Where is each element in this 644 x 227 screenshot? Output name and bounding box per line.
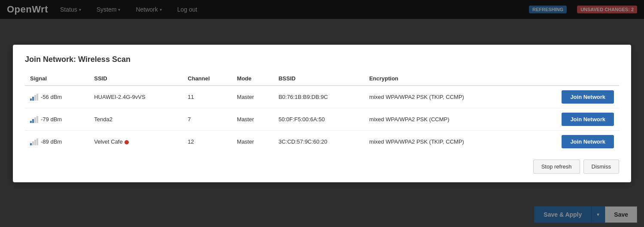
dismiss-button[interactable]: Dismiss [583,160,620,174]
signal-bars-icon [30,138,38,145]
table-header-row: Signal SSID Channel Mode BSSID Encryptio… [25,72,619,86]
join-network-button-0[interactable]: Join Network [562,90,614,104]
col-ssid: SSID [89,72,182,86]
mode-cell: Master [232,86,273,108]
signal-value: -56 dBm [41,94,62,100]
action-cell: Join Network [524,108,619,131]
table-row: -56 dBm HUAWEI-2.4G-9vVS11MasterB0:76:1B… [25,86,619,108]
red-dot-icon [125,140,129,144]
modal-title: Join Network: Wireless Scan [25,55,619,64]
modal-overlay: Join Network: Wireless Scan Signal SSID … [0,0,644,227]
modal-footer: Stop refresh Dismiss [25,160,619,174]
col-action [524,72,619,86]
bssid-cell: B0:76:1B:B9:DB:9C [273,86,364,108]
stop-refresh-button[interactable]: Stop refresh [533,160,580,174]
channel-cell: 12 [182,131,231,153]
action-cell: Join Network [524,86,619,108]
wireless-scan-table: Signal SSID Channel Mode BSSID Encryptio… [25,72,619,153]
signal-value: -89 dBm [41,138,62,145]
col-signal: Signal [25,72,89,86]
encryption-cell: mixed WPA/WPA2 PSK (TKIP, CCMP) [364,86,524,108]
ssid-cell: HUAWEI-2.4G-9vVS [89,86,182,108]
col-mode: Mode [232,72,273,86]
signal-bars-icon [30,116,38,123]
mode-cell: Master [232,131,273,153]
signal-cell: -79 dBm [25,108,89,131]
col-bssid: BSSID [273,72,364,86]
encryption-cell: mixed WPA/WPA2 PSK (TKIP, CCMP) [364,131,524,153]
mode-cell: Master [232,108,273,131]
join-network-button-1[interactable]: Join Network [562,113,614,126]
signal-bars-icon [30,94,38,101]
signal-cell: -56 dBm [25,86,89,108]
table-row: -89 dBm Velvet Cafe12Master3C:CD:57:9C:6… [25,131,619,153]
table-row: -79 dBm Tenda27Master50:0F:F5:00:6A:50mi… [25,108,619,131]
action-cell: Join Network [524,131,619,153]
signal-value: -79 dBm [41,116,62,123]
col-encryption: Encryption [364,72,524,86]
ssid-cell: Velvet Cafe [89,131,182,153]
encryption-cell: mixed WPA/WPA2 PSK (CCMP) [364,108,524,131]
wireless-scan-modal: Join Network: Wireless Scan Signal SSID … [13,45,631,182]
channel-cell: 11 [182,86,231,108]
bssid-cell: 50:0F:F5:00:6A:50 [273,108,364,131]
col-channel: Channel [182,72,231,86]
channel-cell: 7 [182,108,231,131]
ssid-cell: Tenda2 [89,108,182,131]
bssid-cell: 3C:CD:57:9C:60:20 [273,131,364,153]
join-network-button-2[interactable]: Join Network [562,135,614,148]
signal-cell: -89 dBm [25,131,89,153]
